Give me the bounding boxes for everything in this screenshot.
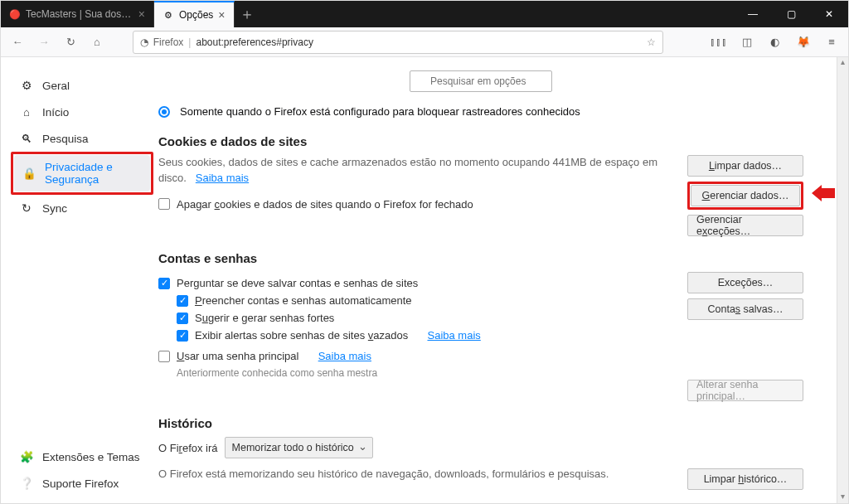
checkbox-label: Apagar cookies e dados de sites quando o… [177,198,473,211]
scroll-up-icon[interactable]: ▴ [841,57,845,69]
learn-more-link[interactable]: Saiba mais [318,350,371,362]
checkbox-master-password[interactable] [158,351,170,362]
logins-exceptions-button[interactable]: Exceções… [687,272,803,293]
library-icon[interactable]: ⫿⫿⫿ [707,31,730,54]
sidebar-item-sync[interactable]: ↻ Sync [11,195,153,221]
sidebar-item-extensions[interactable]: 🧩 Extensões e Temas [11,443,153,470]
bookmark-star-icon[interactable]: ☆ [647,36,656,48]
gear-icon: ⚙ [163,9,174,21]
checkbox-breach-alerts[interactable]: ✓ [177,330,188,342]
saved-logins-button[interactable]: Contas salvas… [687,298,803,320]
radio-label: Somente quando o Firefox está configurad… [180,105,580,118]
learn-more-link[interactable]: Saiba mais [427,329,480,342]
tab-tecmasters[interactable]: 🔴 TecMasters | Sua dose diária de × [1,1,154,27]
annotation-highlight-button: Gerenciar dados… [687,182,803,210]
section-heading-logins: Contas e senhas [158,251,803,265]
checkbox-label: Sugerir e gerar senhas fortes [195,312,334,324]
checkbox-label: Preencher contas e senhas automaticament… [195,294,412,307]
back-button[interactable]: ← [6,31,29,54]
help-icon: ❔ [19,476,34,491]
sync-icon: ↻ [19,201,34,216]
new-tab-button[interactable]: ＋ [235,1,260,27]
checkbox-suggest-passwords[interactable]: ✓ [177,313,188,324]
home-button[interactable]: ⌂ [85,31,109,54]
sidebar-item-general[interactable]: ⚙ Geral [11,72,153,99]
lock-icon: 🔒 [22,166,36,181]
menu-icon[interactable]: ≡ [820,31,843,54]
annotation-arrow-icon [812,185,835,201]
url-bar[interactable]: ◔ Firefox | about:preferences#privacy ☆ [133,31,663,54]
url-identity: Firefox [153,36,184,48]
master-password-note: Anteriormente conhecida como senha mestr… [177,367,671,379]
sidebar-item-search[interactable]: 🔍︎ Pesquisa [11,125,153,152]
manage-exceptions-button[interactable]: Gerenciar exceções… [687,215,803,236]
sidebar-toggle-icon[interactable]: ◫ [735,31,759,54]
protections-icon[interactable]: ◐ [764,31,787,54]
favicon-tecmasters: 🔴 [9,8,21,20]
checkbox-label: Perguntar se deve salvar contas e senhas… [177,277,418,289]
url-path: about:preferences#privacy [196,36,641,48]
change-master-password-button[interactable]: Alterar senha principal… [687,380,803,401]
toolbar: ← → ↻ ⌂ ◔ Firefox | about:preferences#pr… [1,27,848,57]
home-icon: ⌂ [19,104,34,119]
scroll-down-icon[interactable]: ▾ [841,492,845,503]
checkbox-label: Exibir alertas sobre senhas de sites vaz… [195,329,408,342]
search-input[interactable] [410,70,552,92]
sidebar-item-label: Sync [42,202,67,215]
history-prefix: O Firefox irá [158,442,218,454]
sidebar-item-label: Extensões e Temas [42,451,140,463]
checkbox-label: Usar uma senha principal [177,350,298,362]
checkbox-ask-save[interactable]: ✓ [158,278,170,289]
sidebar: ⚙ Geral ⌂ Início 🔍︎ Pesquisa 🔒 Privacida… [1,57,153,503]
maximize-button[interactable]: ▢ [772,1,810,27]
gear-icon: ⚙ [19,78,34,93]
search-icon: 🔍︎ [19,131,34,146]
checkbox-delete-on-close[interactable] [158,198,170,210]
checkbox-autofill[interactable]: ✓ [177,295,188,307]
section-heading-cookies: Cookies e dados de sites [158,134,803,148]
sidebar-item-label: Suporte Firefox [42,477,119,490]
sidebar-item-support[interactable]: ❔ Suporte Firefox [11,470,153,497]
sidebar-item-label: Início [42,106,69,119]
tab-options[interactable]: ⚙ Opções × [154,1,235,27]
history-desc: O Firefox está memorizando seu histórico… [158,467,671,482]
extension-icon[interactable]: 🦊 [792,31,815,54]
scrollbar-vertical[interactable]: ▴ ▾ [837,57,848,503]
manage-data-button[interactable]: Gerenciar dados… [691,185,800,206]
main-panel: 🔍︎ Somente quando o Firefox está configu… [153,57,837,503]
identity-icon: ◔ [140,36,148,48]
tab-title: Opções [179,9,213,21]
clear-data-button[interactable]: Limpar dados… [687,155,803,177]
window-controls: — ▢ ✕ [734,1,848,27]
forward-button[interactable]: → [32,31,56,54]
sidebar-item-label: Privacidade e Segurança [45,161,142,186]
sidebar-item-label: Geral [42,80,70,92]
close-icon[interactable]: × [138,7,145,21]
annotation-highlight-sidebar: 🔒 Privacidade e Segurança [11,152,153,195]
reload-button[interactable]: ↻ [59,31,82,54]
titlebar: 🔴 TecMasters | Sua dose diária de × ⚙ Op… [1,1,848,27]
section-heading-history: Histórico [158,416,803,430]
radio-only-known-trackers[interactable] [158,106,170,118]
sidebar-item-home[interactable]: ⌂ Início [11,99,153,125]
close-icon[interactable]: × [218,8,225,22]
sidebar-item-label: Pesquisa [42,133,89,145]
close-window-button[interactable]: ✕ [810,1,848,27]
minimize-button[interactable]: — [734,1,772,27]
learn-more-link[interactable]: Saiba mais [196,172,249,184]
clear-history-button[interactable]: Limpar histórico… [687,468,803,490]
puzzle-icon: 🧩 [19,449,34,464]
tab-title: TecMasters | Sua dose diária de [26,8,133,20]
sidebar-item-privacy[interactable]: 🔒 Privacidade e Segurança [14,155,150,191]
history-mode-select[interactable]: Memorizar todo o histórico [225,437,373,458]
